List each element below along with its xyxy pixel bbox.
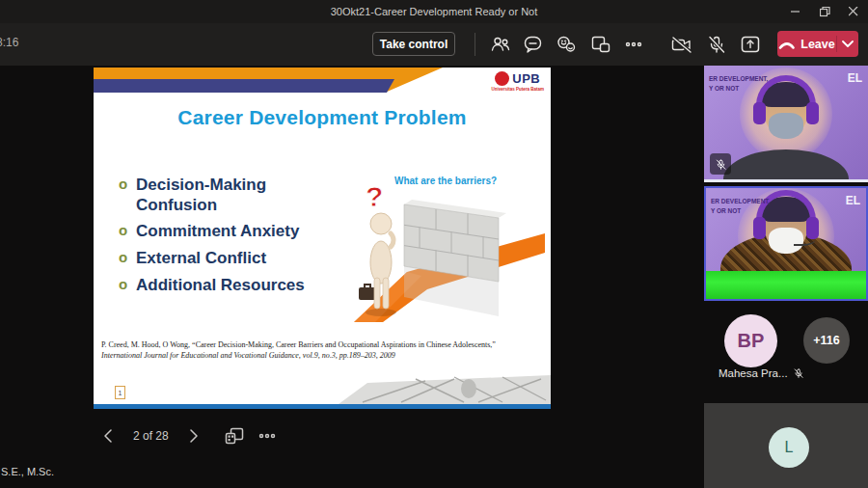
participants-icon[interactable] [488,33,513,56]
participant-video-2[interactable]: ER DEVELOPMENT, Y OR NOT EL [704,186,868,301]
participant-video-1[interactable]: ER DEVELOPMENT, Y OR NOT EL [704,66,868,182]
participant-avatar-bp[interactable]: BP [724,314,777,367]
upb-logo: UPB Universitas Putera Batam [491,71,544,92]
question-mark: ? [366,180,383,212]
restore-button[interactable] [810,0,839,23]
participant-name-row: Mahesa Pra... [719,367,804,379]
shared-slide: UPB Universitas Putera Batam Career Deve… [94,68,551,409]
close-button[interactable] [839,0,868,23]
mic-off-icon[interactable] [704,33,729,56]
face-mask [769,113,803,139]
bullet-marker-icon: o [119,222,127,239]
next-slide-button[interactable] [182,424,205,447]
take-control-button[interactable]: Take control [372,32,455,56]
headphone-cup-right [806,102,819,124]
muted-badge [710,153,731,175]
overflow-participants-badge[interactable]: +116 [803,317,850,364]
breakout-rooms-icon[interactable] [588,33,613,56]
chat-icon[interactable] [521,33,546,56]
slide-bullet-list: oDecision-Making Confusion oCommitment A… [119,176,350,303]
upb-logo-icon [495,71,509,86]
mic-off-icon [793,367,804,379]
participant-face [765,202,807,252]
slide-bullet: oExternal Conflict [119,249,350,269]
barriers-illustration: What are the barriers? [354,170,545,324]
minimize-button[interactable] [781,0,810,23]
video-background-text: ER DEVELOPMENT, Y OR NOT [711,197,770,216]
bullet-marker-icon: o [119,176,127,193]
headphone-cup-right [806,217,819,239]
slide-citation: P. Creed, M. Hood, O Wong, “Career Decis… [101,340,547,362]
headphone-cup-left [753,217,766,239]
slide-bottom-bar [94,404,551,409]
participant-face [765,87,807,137]
participant-name: Mahesa Pra... [719,367,788,379]
window-title: 30Okt21-Career Development Ready or Not [0,6,868,17]
slide-navigation: 2 of 28 [96,424,279,447]
slide-bullet: oDecision-Making Confusion [119,176,350,215]
bullet-marker-icon: o [119,249,127,266]
slide-bullet: oCommitment Anxiety [119,222,350,242]
slide-position: 2 of 28 [129,429,173,443]
meeting-toolbar: 8:16 Take control [0,23,868,66]
video-background-text: ER DEVELOPMENT, Y OR NOT [709,74,768,94]
upb-logo-text: UPB [512,71,540,86]
leave-label: Leave [800,38,834,51]
slide-footer-graphic [310,375,551,404]
participant-tile-l[interactable]: L [704,403,868,488]
video-background-logo: EL [846,194,860,207]
previous-slide-button[interactable] [96,424,120,447]
slide-title: Career Development Problem [94,106,551,129]
slide-bullet: oAdditional Resources [119,276,350,296]
more-options-icon[interactable] [621,33,646,56]
presenter-name-label: S.E., M.Sc. [1,466,54,477]
headphone-cup-left [753,102,766,124]
hang-up-icon [778,40,795,49]
video-background-logo: EL [848,71,862,85]
slide-page-marker: 1 [115,386,125,399]
bullet-marker-icon: o [119,276,127,293]
green-screen-strip [706,271,866,299]
slide-header-navy-bar [94,79,551,93]
teams-meeting-window: 30Okt21-Career Development Ready or Not … [0,0,868,488]
video-bottom-strip [704,179,868,182]
barrier-wall-graphic: ? [354,170,545,324]
participant-avatars: BP +116 [704,314,868,372]
reactions-icon[interactable] [554,33,579,56]
camera-off-icon[interactable] [669,33,694,56]
window-titlebar: 30Okt21-Career Development Ready or Not [0,0,868,23]
leave-options-chevron-icon[interactable] [837,41,858,48]
leave-button[interactable]: Leave [777,31,858,57]
thumbnail-view-icon[interactable] [223,424,246,447]
participant-avatar-l: L [769,427,809,468]
participant-shoulders [723,149,849,182]
slide-more-options-icon[interactable] [256,424,279,447]
citation-line1: P. Creed, M. Hood, O Wong, “Career Decis… [101,340,547,351]
upb-logo-tagline: Universitas Putera Batam [491,87,544,92]
meeting-timer: 8:16 [0,36,18,49]
meeting-stage: UPB Universitas Putera Batam Career Deve… [0,66,868,488]
toolbar-divider [475,33,475,56]
citation-line2: International Journal for Educational an… [101,351,547,362]
share-screen-icon[interactable] [738,33,763,56]
